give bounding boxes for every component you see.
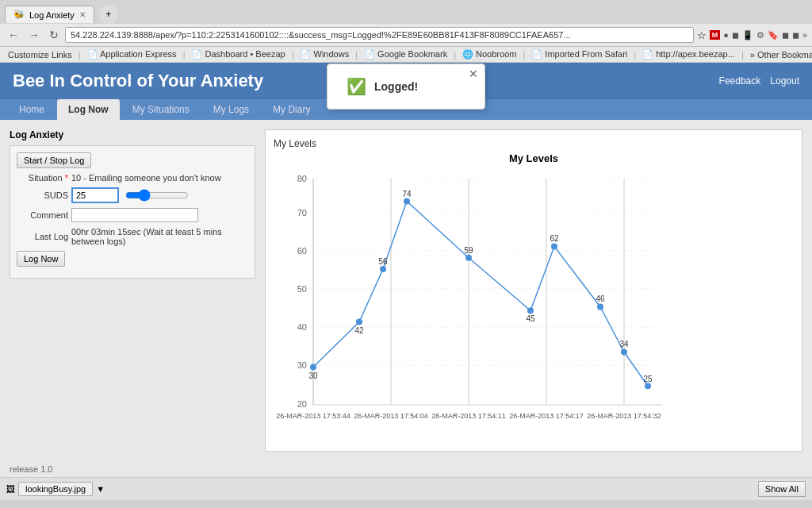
comment-label: Comment — [17, 210, 68, 220]
tab-my-situations[interactable]: My Situations — [121, 99, 201, 120]
nav-icon-3: 📱 — [742, 30, 753, 40]
svg-text:50: 50 — [297, 284, 307, 294]
popup-text: Logged! — [374, 80, 418, 93]
data-point-4 — [465, 255, 472, 261]
last-log-value: 00hr 03min 15sec (Wait at least 5 mins b… — [71, 227, 248, 246]
logout-link[interactable]: Logout — [770, 75, 799, 87]
gmail-icon: M — [710, 30, 721, 40]
svg-text:42: 42 — [354, 326, 364, 335]
levels-chart: 80 70 60 50 40 30 20 — [274, 171, 662, 441]
log-now-button[interactable]: Log Now — [17, 251, 65, 267]
data-point-2 — [380, 266, 386, 272]
bookmark-dashboard[interactable]: 📄 Dashboard • Beezap — [188, 48, 288, 60]
tab-my-logs[interactable]: My Logs — [202, 99, 260, 120]
back-button[interactable]: ← — [5, 27, 22, 43]
tab-title: Log Anxiety — [29, 10, 75, 20]
nav-icon-4: 🔖 — [768, 30, 779, 40]
svg-text:26-MAR-2013 17:54:11: 26-MAR-2013 17:54:11 — [431, 412, 506, 420]
bookmark-windows[interactable]: 📄 Windows — [297, 48, 352, 60]
tab-home[interactable]: Home — [8, 99, 56, 120]
bookmark-appexpress[interactable]: 📄 Application Express — [84, 48, 180, 60]
extensions-icon[interactable]: ⚙ — [756, 30, 764, 40]
last-log-label: Last Log — [17, 232, 68, 241]
start-stop-button[interactable]: Start / Stop Log — [17, 152, 91, 168]
svg-text:26-MAR-2013 17:54:04: 26-MAR-2013 17:54:04 — [354, 412, 428, 420]
svg-text:40: 40 — [297, 322, 307, 332]
check-icon: ✅ — [347, 77, 366, 96]
data-point-3 — [404, 198, 410, 205]
data-point-5 — [527, 307, 534, 314]
svg-text:70: 70 — [297, 208, 307, 217]
chart-line — [313, 202, 648, 387]
reload-button[interactable]: ↻ — [46, 27, 62, 43]
svg-text:26-MAR-2013 17:53:44: 26-MAR-2013 17:53:44 — [276, 412, 350, 420]
data-point-0 — [310, 364, 316, 371]
star-icon[interactable]: ☆ — [697, 29, 707, 41]
suds-input[interactable] — [71, 187, 119, 203]
bookmark-other[interactable]: » Other Bookmarks — [747, 49, 812, 60]
svg-text:26-MAR-2013 17:54:32: 26-MAR-2013 17:54:32 — [587, 412, 661, 420]
suds-label: SUDS — [17, 190, 68, 200]
chart-container: 80 70 60 50 40 30 20 — [274, 171, 794, 443]
svg-text:56: 56 — [378, 257, 388, 266]
data-point-8 — [621, 349, 627, 356]
show-all-button[interactable]: Show All — [758, 481, 806, 497]
nav-icon-5: ◼ — [782, 30, 789, 40]
chart-title: My Levels — [274, 152, 794, 164]
svg-text:80: 80 — [297, 174, 307, 183]
data-point-1 — [356, 319, 362, 325]
download-file-icon: 🖼 — [6, 484, 15, 494]
svg-text:25: 25 — [643, 375, 653, 383]
tab-close-button[interactable]: ✕ — [79, 10, 86, 19]
nav-icon-1: ● — [723, 30, 729, 40]
svg-text:60: 60 — [297, 246, 307, 256]
tab-my-diary[interactable]: My Diary — [262, 99, 321, 120]
release-label: release 1.0 — [10, 464, 52, 474]
nav-icon-6: ◼ — [792, 30, 799, 40]
more-button[interactable]: » — [802, 30, 807, 40]
popup-close-button[interactable]: ✕ — [469, 67, 478, 80]
svg-text:26-MAR-2013 17:54:17: 26-MAR-2013 17:54:17 — [509, 412, 584, 420]
bookmark-imported[interactable]: 📄 Imported From Safari — [528, 48, 630, 60]
app-title: Bee In Control of Your Anxiety — [13, 71, 263, 91]
browser-tab[interactable]: 🐝 Log Anxiety ✕ — [5, 6, 94, 23]
log-panel-title: Log Anxiety — [10, 129, 255, 140]
svg-text:30: 30 — [297, 360, 307, 370]
download-area: 🖼 lookingBusy.jpg ▼ — [6, 482, 105, 496]
data-point-7 — [597, 304, 603, 310]
download-dropdown-icon[interactable]: ▼ — [96, 484, 105, 494]
nav-icon-2: ◼ — [732, 30, 739, 40]
svg-text:74: 74 — [402, 190, 412, 198]
comment-input[interactable] — [71, 208, 198, 222]
svg-text:45: 45 — [526, 314, 535, 323]
bookmark-google[interactable]: 📄 Google Bookmark — [361, 48, 450, 60]
bookmark-apex[interactable]: 📄 http://apex.beezap... — [639, 48, 738, 60]
suds-slider[interactable] — [125, 189, 189, 202]
svg-text:46: 46 — [596, 294, 605, 303]
success-popup: ✅ Logged! ✕ — [327, 64, 485, 110]
chart-panel-title: My Levels — [274, 138, 794, 149]
tab-favicon: 🐝 — [13, 10, 25, 20]
bookmark-customize[interactable]: Customize Links — [5, 49, 75, 60]
forward-button[interactable]: → — [25, 27, 43, 43]
svg-text:62: 62 — [550, 234, 559, 243]
data-point-9 — [645, 383, 651, 389]
feedback-link[interactable]: Feedback — [719, 75, 761, 87]
download-filename[interactable]: lookingBusy.jpg — [18, 482, 93, 496]
new-tab-button[interactable]: + — [99, 5, 118, 24]
svg-text:20: 20 — [297, 399, 307, 409]
tab-log-now[interactable]: Log Now — [57, 99, 120, 120]
address-bar[interactable] — [65, 27, 694, 43]
svg-text:34: 34 — [619, 340, 629, 348]
situation-value: 10 - Emailing someone you don't know — [71, 173, 221, 183]
data-point-6 — [551, 244, 557, 250]
svg-text:59: 59 — [464, 246, 473, 255]
svg-text:30: 30 — [308, 371, 318, 380]
situation-label: Situation — [17, 173, 68, 183]
bookmark-noobroom[interactable]: 🌐 Noobroom — [459, 48, 519, 60]
